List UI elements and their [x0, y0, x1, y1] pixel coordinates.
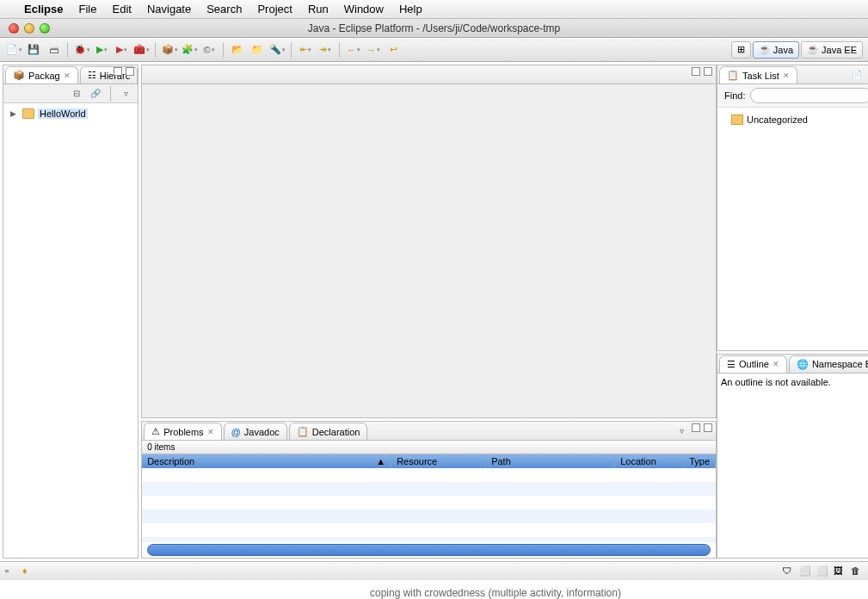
app-menu[interactable]: Eclipse	[24, 3, 64, 15]
tab-label: Packag	[28, 71, 60, 81]
run-button[interactable]: ▶	[93, 41, 110, 59]
annotation-next-button[interactable]: ↠	[317, 41, 334, 59]
close-icon[interactable]: ✕	[207, 428, 214, 436]
annotation-prev-button[interactable]: ↞	[297, 41, 314, 59]
problems-table[interactable]: Description▲ Resource Path Location Type	[142, 454, 716, 558]
sort-indicator-icon: ▲	[376, 456, 385, 466]
maximize-editor-button[interactable]	[704, 67, 712, 76]
col-path[interactable]: Path	[486, 454, 615, 468]
toolbar-separator	[155, 42, 156, 58]
new-class-button[interactable]: 🧩	[181, 41, 198, 59]
perspective-javaee[interactable]: ☕ Java EE	[801, 41, 863, 59]
tab-problems[interactable]: ⚠ Problems ✕	[144, 423, 221, 440]
project-row[interactable]: ▶ HelloWorld	[7, 107, 134, 120]
new-type-button[interactable]: ©	[200, 41, 218, 59]
fast-view-icon[interactable]: ▫	[5, 565, 17, 577]
col-resource[interactable]: Resource	[391, 454, 486, 468]
view-menu-button[interactable]: ▿	[119, 87, 132, 101]
search-button[interactable]: 🔦	[268, 41, 286, 59]
main-toolbar: 📄 💾 🗃 🐞 ▶ ▶ 🧰 📦 🧩 © 📂 📁 🔦 ↞ ↠ ← → ↩ ⊞ ☕ …	[0, 38, 868, 62]
tab-package-explorer[interactable]: 📦 Packag ✕	[5, 66, 78, 83]
open-perspective-button[interactable]: ⊞	[731, 41, 751, 59]
problems-view: ⚠ Problems ✕ @ Javadoc 📋 Declaration ▿	[141, 421, 717, 559]
new-task-button[interactable]: 📄	[850, 67, 864, 81]
view-menu-button[interactable]: ▿	[674, 423, 688, 437]
menu-project[interactable]: Project	[257, 3, 292, 15]
maximize-view-button[interactable]	[704, 423, 712, 432]
task-list-body[interactable]: Uncategorized	[717, 108, 868, 350]
link-editor-button[interactable]: 🔗	[89, 87, 102, 101]
nav-fwd-button[interactable]: →	[365, 41, 382, 59]
partial-background-text: coping with crowdedness (multiple activi…	[370, 587, 621, 599]
tab-declaration[interactable]: 📋 Declaration	[289, 423, 368, 440]
show-view-icon[interactable]: ♦	[22, 565, 34, 577]
menu-edit[interactable]: Edit	[112, 3, 131, 15]
horizontal-scrollbar[interactable]	[147, 544, 711, 556]
save-all-button[interactable]: 🗃	[45, 41, 62, 59]
perspective-java[interactable]: ☕ Java	[753, 41, 799, 59]
work-area: 📦 Packag ✕ ☷ Hierarc ⊟ 🔗 ▿ ▶ HelloWo	[0, 62, 868, 561]
new-wizard-button[interactable]: 📄	[5, 41, 22, 59]
tab-outline[interactable]: ☰ Outline ✕	[719, 355, 787, 373]
minimize-view-button[interactable]	[114, 67, 122, 76]
close-icon[interactable]: ✕	[64, 71, 71, 80]
nav-back-button[interactable]: ←	[345, 41, 362, 59]
minimize-view-button[interactable]	[692, 423, 700, 432]
outline-view: ☰ Outline ✕ 🌐 Namespace Browser ▿ An out…	[717, 354, 868, 559]
task-category-row[interactable]: Uncategorized	[721, 111, 868, 128]
minimize-editor-button[interactable]	[692, 67, 700, 76]
new-package-button[interactable]: 📦	[161, 41, 178, 59]
minimize-window-button[interactable]	[24, 23, 34, 34]
window-title: Java - Eclipse Platform - /Users/ji/Code…	[0, 22, 868, 34]
nav-up-button[interactable]: ↩	[385, 41, 402, 59]
task-find-row: Find: ▶ All ▶ Activate...	[717, 84, 868, 108]
menu-window[interactable]: Window	[344, 3, 384, 15]
declaration-icon: 📋	[297, 426, 309, 437]
window-titlebar: Java - Eclipse Platform - /Users/ji/Code…	[0, 19, 868, 38]
save-button[interactable]: 💾	[25, 41, 42, 59]
external-tools-button[interactable]: 🧰	[132, 41, 150, 59]
expand-arrow-icon[interactable]: ▶	[10, 109, 19, 118]
menu-search[interactable]: Search	[206, 3, 242, 15]
toolbar-separator	[223, 42, 224, 58]
col-description[interactable]: Description▲	[142, 454, 391, 468]
task-find-input[interactable]	[750, 88, 868, 103]
toolbar-separator	[67, 42, 68, 58]
debug-button[interactable]: 🐞	[73, 41, 90, 59]
zoom-window-button[interactable]	[40, 23, 50, 34]
tab-javadoc[interactable]: @ Javadoc	[224, 423, 287, 440]
open-type-button[interactable]: 📂	[229, 41, 246, 59]
menu-help[interactable]: Help	[399, 3, 422, 15]
col-location[interactable]: Location	[615, 454, 684, 468]
tab-namespace-browser[interactable]: 🌐 Namespace Browser	[789, 355, 868, 373]
menu-file[interactable]: File	[79, 3, 97, 15]
package-explorer-toolbar: ⊟ 🔗 ▿	[3, 84, 138, 103]
close-icon[interactable]: ✕	[773, 360, 779, 368]
menu-run[interactable]: Run	[308, 3, 329, 15]
toolbar-separator	[291, 42, 292, 58]
col-type[interactable]: Type	[684, 454, 716, 468]
perspective-switcher: ⊞ ☕ Java ☕ Java EE	[731, 41, 863, 59]
editor-empty-area[interactable]	[142, 84, 716, 417]
tab-label: Declaration	[312, 427, 360, 437]
maximize-view-button[interactable]	[126, 67, 134, 76]
status-icon[interactable]: ⬜	[799, 565, 811, 577]
status-icon[interactable]: 🖼	[834, 565, 846, 577]
problems-table-header[interactable]: Description▲ Resource Path Location Type	[142, 454, 716, 468]
task-list-tabs: 📋 Task List ✕ 📄 ☷ ◉ 🔄 ▿	[717, 65, 868, 84]
package-explorer-tree[interactable]: ▶ HelloWorld	[3, 103, 138, 558]
right-column: 📋 Task List ✕ 📄 ☷ ◉ 🔄 ▿ Find:	[717, 65, 868, 559]
close-icon[interactable]: ✕	[783, 71, 790, 80]
status-icon[interactable]: ⬜	[816, 565, 828, 577]
run-last-button[interactable]: ▶	[113, 41, 130, 59]
collapse-all-button[interactable]: ⊟	[70, 87, 83, 101]
gc-icon[interactable]: 🗑	[851, 565, 863, 577]
open-task-button[interactable]: 📁	[249, 41, 266, 59]
project-folder-icon	[22, 108, 34, 119]
status-icon[interactable]: 🛡	[782, 565, 794, 577]
tab-task-list[interactable]: 📋 Task List ✕	[719, 66, 797, 83]
close-window-button[interactable]	[9, 23, 19, 34]
menu-navigate[interactable]: Navigate	[147, 3, 191, 15]
hierarchy-icon: ☷	[88, 70, 96, 81]
tab-label: Problems	[163, 427, 203, 437]
